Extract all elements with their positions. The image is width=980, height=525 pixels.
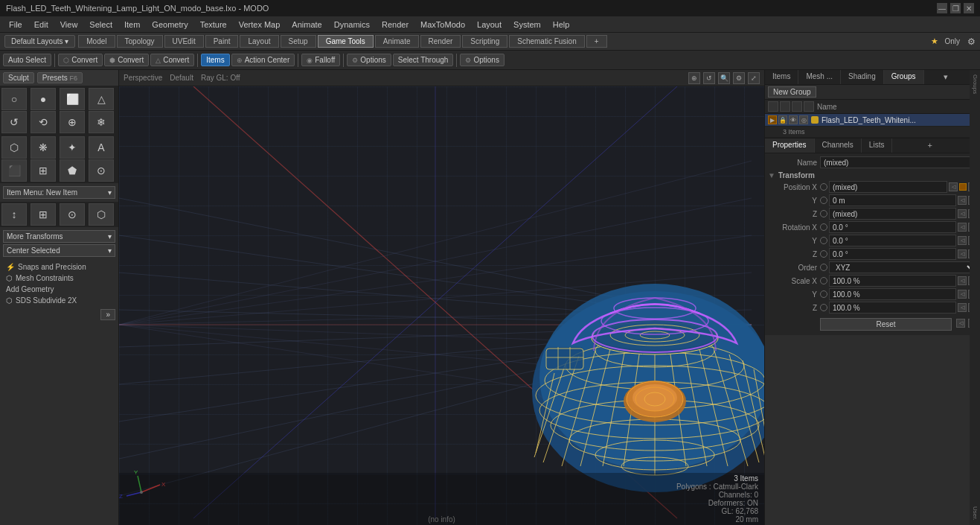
tab-paint[interactable]: Paint <box>205 35 239 48</box>
tab-mesh[interactable]: Mesh ... <box>798 70 841 84</box>
sds-subdivide-item[interactable]: ⬡ SDS Subdivide 2X <box>3 295 115 306</box>
vp-search-btn[interactable]: 🔍 <box>718 72 730 84</box>
menu-system[interactable]: System <box>507 19 547 31</box>
prop-pos-x-input[interactable] <box>829 181 947 193</box>
vp-fit-btn[interactable]: ⊕ <box>688 72 700 84</box>
menu-geometry[interactable]: Geometry <box>146 19 193 31</box>
tab-arrow[interactable]: ▾ <box>939 70 952 84</box>
tab-uvedit[interactable]: UVEdit <box>164 35 204 48</box>
menu-animate[interactable]: Animate <box>286 19 327 31</box>
prop-pos-z-input[interactable] <box>829 208 956 220</box>
mesh-constraints-item[interactable]: ⬡ Mesh Constraints <box>3 273 115 284</box>
item-eye-icon[interactable]: 👁 <box>789 115 798 124</box>
menu-item[interactable]: Item <box>118 19 146 31</box>
props-tab-properties[interactable]: Properties <box>765 139 815 153</box>
tab-scripting[interactable]: Scripting <box>462 35 507 48</box>
tab-layout[interactable]: Layout <box>240 35 278 48</box>
tab-add[interactable]: + <box>586 35 607 48</box>
tool-text[interactable]: A <box>89 136 114 159</box>
transform-rotate2[interactable]: ⊙ <box>60 203 85 226</box>
tab-topology[interactable]: Topology <box>117 35 163 48</box>
rot-y-btn-left[interactable]: ◁ <box>958 236 967 245</box>
menu-render[interactable]: Render <box>376 19 414 31</box>
convert-button-3[interactable]: △ Convert <box>150 54 194 66</box>
tab-animate[interactable]: Animate <box>375 35 419 48</box>
tool-cone[interactable]: △ <box>89 88 114 110</box>
menu-select[interactable]: Select <box>83 19 118 31</box>
items-button[interactable]: Items <box>201 54 229 66</box>
props-tab-channels[interactable]: Channels <box>815 139 862 153</box>
item-render-icon[interactable]: ◎ <box>799 115 808 124</box>
menu-maxtomodo[interactable]: MaxToModo <box>414 19 471 31</box>
tool-cube[interactable]: ⬜ <box>60 88 85 110</box>
pos-x-btn-orange[interactable] <box>959 183 967 191</box>
prop-scale-x-input[interactable] <box>829 275 956 287</box>
scale-z-btn-left[interactable]: ◁ <box>958 303 967 312</box>
add-geometry-item[interactable]: Add Geometry <box>3 284 115 295</box>
more-transforms-dropdown[interactable]: More Transforms ▾ <box>3 230 115 243</box>
menu-vertex-map[interactable]: Vertex Map <box>233 19 286 31</box>
menu-view[interactable]: View <box>54 19 84 31</box>
vp-zoom-btn[interactable]: ↺ <box>703 72 715 84</box>
settings-icon[interactable]: ⚙ <box>967 36 976 47</box>
presets-button[interactable]: Presets F6 <box>37 72 83 83</box>
tab-schematic-fusion[interactable]: Schematic Fusion <box>509 35 584 48</box>
scale-z-circle[interactable] <box>820 304 827 311</box>
minimize-button[interactable]: — <box>937 3 947 13</box>
transform-scale[interactable]: ⊞ <box>31 203 56 226</box>
vp-settings-btn[interactable]: ⚙ <box>733 72 745 84</box>
pos-y-btn-left[interactable]: ◁ <box>958 196 967 205</box>
convert-button-1[interactable]: ⬡ Convert <box>58 54 103 66</box>
rot-x-btn-left[interactable]: ◁ <box>958 223 967 232</box>
pos-x-btn-left[interactable]: ◁ <box>949 182 958 191</box>
tool-hex[interactable]: ⬡ <box>1 136 27 159</box>
convert-button-2[interactable]: ⬢ Convert <box>104 54 149 66</box>
item-vis-icon[interactable]: ▶ <box>768 115 777 124</box>
expand-button[interactable]: » <box>100 309 115 320</box>
tool-poly[interactable]: ⬟ <box>60 159 85 182</box>
pos-x-circle[interactable] <box>820 183 827 191</box>
tool-ball[interactable]: ● <box>31 88 56 110</box>
tool-snow[interactable]: ❄ <box>89 111 114 133</box>
prop-rot-y-input[interactable] <box>829 235 956 246</box>
maximize-button[interactable]: ❐ <box>950 3 961 13</box>
tool-star[interactable]: ❋ <box>31 136 56 159</box>
transform-move[interactable]: ↕ <box>1 203 27 226</box>
rot-z-btn-left[interactable]: ◁ <box>958 249 967 258</box>
tab-items[interactable]: Items <box>765 70 798 84</box>
tool-ring[interactable]: ⟲ <box>31 111 56 133</box>
rot-y-circle[interactable] <box>820 237 827 244</box>
item-lock-icon[interactable]: 🔒 <box>778 115 787 124</box>
prop-order-select[interactable]: XYZ XZY YXZ YZX ZXY ZYX <box>829 261 977 273</box>
scale-x-circle[interactable] <box>820 277 827 284</box>
rot-z-circle[interactable] <box>820 250 827 258</box>
prop-pos-y-input[interactable] <box>829 194 956 206</box>
tab-model[interactable]: Model <box>78 35 115 48</box>
center-selected-dropdown[interactable]: Center Selected ▾ <box>3 244 115 257</box>
snaps-precision-item[interactable]: ⚡ Snaps and Precision <box>3 261 115 273</box>
reset-left-btn[interactable]: ◁ <box>956 319 965 328</box>
props-add-btn[interactable]: + <box>923 139 936 153</box>
scale-x-btn-left[interactable]: ◁ <box>958 276 967 285</box>
action-center-button[interactable]: ⊕ Action Center <box>231 54 295 66</box>
prop-rot-z-input[interactable] <box>829 248 956 260</box>
tab-render[interactable]: Render <box>420 35 461 48</box>
prop-name-input[interactable] <box>820 156 977 168</box>
falloff-button[interactable]: ◉ Falloff <box>301 54 340 66</box>
default-layouts-button[interactable]: Default Layouts ▾ <box>4 35 75 48</box>
tab-shading[interactable]: Shading <box>841 70 884 84</box>
tab-groups[interactable]: Groups <box>884 70 924 84</box>
reset-button[interactable]: Reset <box>820 318 952 331</box>
pos-z-circle[interactable] <box>820 210 827 217</box>
menu-layout[interactable]: Layout <box>471 19 507 31</box>
auto-select-button[interactable]: Auto Select <box>3 54 51 66</box>
item-menu-dropdown[interactable]: Item Menu: New Item ▾ <box>3 186 115 199</box>
pos-z-btn-left[interactable]: ◁ <box>958 209 967 218</box>
prop-scale-y-input[interactable] <box>829 288 956 300</box>
tool-circle[interactable]: ⊙ <box>89 159 114 182</box>
menu-edit[interactable]: Edit <box>28 19 54 31</box>
select-through-button[interactable]: Select Through <box>393 54 454 66</box>
menu-file[interactable]: File <box>3 19 28 31</box>
menu-help[interactable]: Help <box>547 19 576 31</box>
side-tab-user[interactable]: User. <box>971 502 979 525</box>
